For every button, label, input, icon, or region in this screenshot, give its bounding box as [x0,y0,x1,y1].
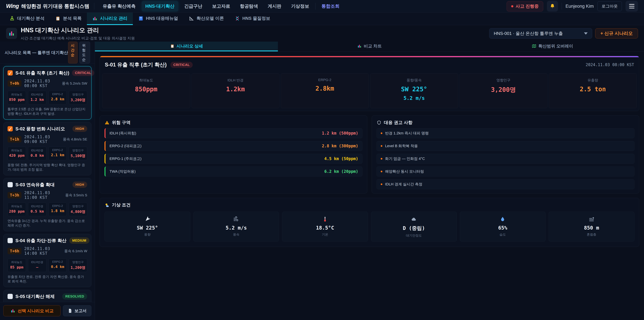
danger-zone-row-erpg2: ERPG-2 (대피권고) 2.8 km (300ppm) [104,141,362,151]
tab-compare-chart[interactable]: 비교 차트 [278,42,461,51]
sidebar-title: 시나리오 목록 — 톨루엔 대기확산 [5,50,68,55]
stat-affected-population: 영향인구 3,200명 [460,73,548,108]
compare-scenarios-button[interactable]: 선택 시나리오 비교 [3,305,60,316]
nav-item-hns-diffusion[interactable]: HNS·대기확산 [142,1,178,12]
bell-icon [550,4,555,9]
page-subtitle: 시간·조건별 대기확산 예측 시나리오 비교·검토 및 대응 의사결정 지원 [21,36,486,41]
tab-substance-info[interactable]: HNS 물질정보 [229,13,276,25]
main-panel: 시나리오 상세 비교 차트 확산범위 오버레이 [95,42,644,320]
stat-idlh-radius: IDLH반경0.8 km [28,147,46,160]
recommendation-item: 해양확산 동시 모니터링 [376,166,634,177]
weather-humidity: 65% 습도 [460,212,546,242]
panel-title: 위험 구역 [112,120,130,126]
time-offset-badge: T+1h [8,136,22,142]
hamburger-icon [629,4,634,5]
weather-mixing-layer: 850 m 혼합층 [548,212,634,242]
tab-scenario-detail[interactable]: 시나리오 상세 [95,42,278,51]
nav-item-rescue[interactable]: 긴급구난 [180,1,206,12]
scenario-checkbox[interactable]: ✓ [8,126,13,131]
tab-model-theory[interactable]: 확산모델 이론 [184,13,229,25]
scenario-checkbox[interactable] [8,182,13,187]
scenario-checkbox[interactable] [8,294,13,299]
danger-zone-row-twa: TWA (작업허용) 6.2 km (20ppm) [104,166,362,177]
scenario-title: S-03 연속유출 확대 [16,182,70,188]
nav-item-oil-diffusion[interactable]: 유출유 확산예측 [99,1,139,12]
bullet-icon [381,145,382,147]
bar-chart-icon [10,308,16,313]
nav-item-board[interactable]: 게시판 [264,1,285,12]
notification-button[interactable] [547,1,558,12]
wind-info: 풍속 5.2m/s SW [62,81,87,86]
book-icon [138,16,144,21]
stat-max-concentration: 최대농도420 ppm [8,147,26,160]
scenario-card-s04[interactable]: S-04 유출 차단·잔류 확산 MEDIUM T+6h 2024.11.03 … [3,234,92,287]
severity-badge: HIGH [72,126,87,132]
hamburger-menu-button[interactable] [626,1,638,12]
tab-analysis-list[interactable]: 분석 목록 [50,13,87,25]
logout-button[interactable]: 로그아웃 [598,1,622,11]
weather-panel: 기상 조건 SW 225° 풍향 [100,198,639,247]
nav-item-integrated-search[interactable]: 통합조회 [318,1,343,12]
tab-diffusion-overlay[interactable]: 확산범위 오버레이 [461,42,644,51]
wind-info: 풍속 6.1m/s W [64,249,87,253]
nav-item-reports[interactable]: 보고자료 [208,1,234,12]
nav-item-aerial-search[interactable]: 항공탐색 [236,1,262,12]
weather-temperature: 18.5°C 기온 [282,212,368,242]
scenario-checkbox[interactable]: ✓ [8,70,13,76]
panel-title: 기상 조건 [112,202,130,208]
weather-wind-direction: SW 225° 풍향 [104,212,190,242]
droplet-icon [500,216,506,222]
scenario-card-s02[interactable]: ✓ S-02 풍향 변화 시나리오 HIGH T+1h 2024.11.03 0… [3,122,92,175]
brand-logo[interactable]: Wing 해양환경 위기대응 통합시스템 [6,3,90,10]
recommendation-item: Level B 화학복 착용 [376,141,634,151]
recommendation-item: IDLH 경계 실시간 측정 [376,179,634,189]
scenario-title: S-04 유출 차단·잔류 확산 [16,238,66,244]
nav-right: 사고 진행중 Eunjeong Kim 로그아웃 [507,1,638,12]
page-titles: HNS 대기확산 시나리오 관리 시간·조건별 대기확산 예측 시나리오 비교·… [21,26,486,41]
flask-icon [10,16,15,21]
scenario-select[interactable]: HNS-001 · 울산 온산항 톨루엔 누출 [489,28,592,39]
sort-by-time-chip[interactable]: 시간순 [68,42,78,64]
tab-scenario-management[interactable]: 시나리오 관리 [87,13,133,25]
timestamp: 2024.11.03 14:00 KST [24,246,62,256]
weather-wind-speed: 5.2 m/s 풍속 [193,212,279,242]
mixing-layer-icon [588,216,594,222]
danger-zone-row-idlh: IDLH (즉시위험) 1.2 km (500ppm) [104,128,362,138]
scenario-card-s01[interactable]: ✓ S-01 유출 직후 (초기 확산) CRITICAL T+0h 2024.… [3,66,92,120]
scenario-description: 연속유출 3시간 경과. 누적 유출량 증가. 풍속 감소로 체류 시간 증가. [8,219,87,228]
tab-diffusion-analysis[interactable]: 대기확산 분석 [4,13,50,25]
scenario-sidebar: 시나리오 목록 — 톨루엔 대기확산 시간순 위험도순 ✓ S-01 유출 직후… [0,42,95,320]
severity-gradient-bar [100,56,639,57]
stat-erpg2: ERPG-22.8 km [48,91,67,104]
scenario-checkbox[interactable] [8,238,13,243]
dna-icon [234,16,240,21]
bar-chart-icon [92,16,98,21]
scenario-card-s03[interactable]: S-03 연속유출 확대 HIGH T+3h 2024.11.03 11:00 … [3,178,92,231]
stat-max-concentration: 최대농도850 ppm [8,91,26,104]
scenario-detail-panel: S-01 유출 직후 (초기 확산) CRITICAL 2024.11.03 0… [100,56,639,111]
weather-stability: D (중립) 대기안정도 [371,212,457,242]
timestamp: 2024.11.03 08:00 KST [24,79,59,88]
report-button[interactable]: 보고서 [63,305,92,316]
stat-max-concentration: 최대농도280 ppm [8,203,26,216]
logo-wordmark: Wing [6,3,19,9]
recommendations-panel: 대응 권고 사항 반경 1.2km 즉시 대피 명령 Level B 화학복 착… [372,115,639,193]
scenario-card-s05[interactable]: S-05 대기확산 해제 RESOLVED T+12h 2024.11.03 2… [3,290,92,302]
severity-badge: CRITICAL [72,70,94,76]
time-offset-badge: T+0h [8,80,22,87]
new-scenario-button[interactable]: + 신규 시나리오 [595,28,638,39]
shield-icon [376,120,382,125]
panel-title: 대응 권고 사항 [384,120,412,126]
scenario-title: S-05 대기확산 해제 [16,293,60,299]
stat-affected-population: 영향인구1,200명 [69,258,87,272]
bullet-icon [381,171,382,172]
scenario-description: 유출원 차단 완료. 잔류 증기 자연 확산중. 풍속 증가로 희석 촉진. [8,274,87,283]
sun-cloud-icon [104,203,110,208]
incident-status-badge: 사고 진행중 [507,1,543,12]
tab-hns-manual[interactable]: HNS 대응매뉴얼 [133,13,184,25]
nav-item-weather-info[interactable]: 기상정보 [288,1,313,12]
main-menu: 유출유 확산예측 HNS·대기확산 긴급구난 보고자료 항공탐색 게시판 기상정… [99,1,502,12]
stat-idlh-radius: IDLH반경0.5 km [28,203,46,216]
sort-by-risk-chip[interactable]: 위험도순 [79,42,90,64]
detail-timestamp: 2024.11.03 08:00 KST [586,62,634,67]
